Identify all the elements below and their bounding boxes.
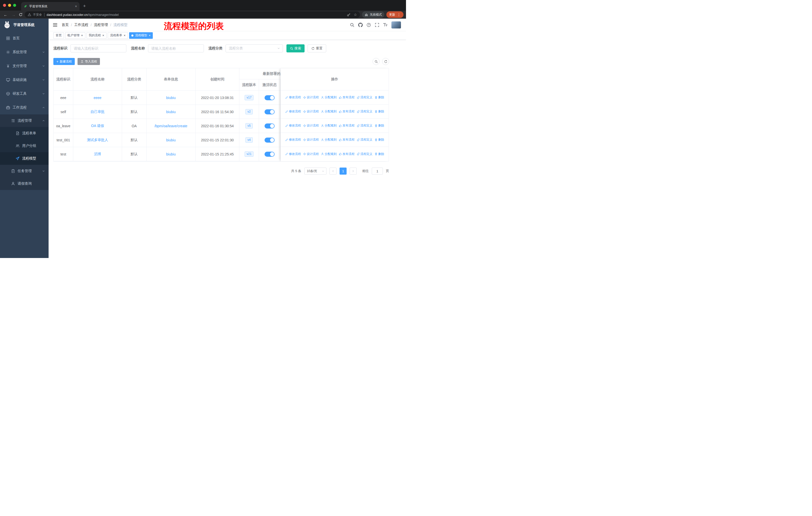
chrome-update-button[interactable]: 更新 ⋮ — [386, 11, 404, 18]
prev-page-button[interactable] — [329, 167, 337, 174]
tag-my-process[interactable]: 我的流程× — [87, 32, 107, 39]
action-delete-process[interactable]: 删除 — [375, 152, 384, 156]
action-process-definition[interactable]: 流程定义 — [357, 152, 373, 156]
window-close-button[interactable] — [3, 4, 6, 7]
process-name-link[interactable]: OA 请假 — [91, 124, 104, 128]
action-publish-process[interactable]: 发布流程 — [339, 124, 355, 128]
process-name-input[interactable] — [148, 44, 204, 52]
window-minimize-button[interactable] — [8, 4, 11, 7]
active-toggle[interactable] — [265, 109, 274, 114]
process-name-link[interactable]: 测试多审批人 — [87, 138, 108, 142]
process-category-select[interactable]: 流程分类 — [226, 44, 283, 52]
browser-menu-icon[interactable]: ⋮ — [397, 12, 401, 17]
action-publish-process[interactable]: 发布流程 — [339, 152, 355, 156]
sidebar-item-process-management[interactable]: 流程管理 — [0, 114, 49, 127]
form-info-link[interactable]: /bpm/oa/leave/create — [154, 124, 187, 128]
active-toggle[interactable] — [265, 95, 274, 100]
tag-process-model[interactable]: 流程模型× — [129, 32, 153, 39]
action-edit-process[interactable]: 修改流程 — [285, 109, 301, 114]
reset-button[interactable]: 重置 — [308, 44, 326, 52]
action-publish-process[interactable]: 发布流程 — [339, 109, 355, 114]
process-key-input[interactable] — [70, 44, 126, 52]
form-info-link[interactable]: biubiu — [166, 152, 175, 156]
action-assign-rule[interactable]: 分配规则 — [321, 124, 337, 128]
sidebar-item-leave-query[interactable]: 请假查询 — [0, 178, 49, 190]
sidebar-item-user-group[interactable]: 用户分组 — [0, 140, 49, 152]
back-icon[interactable]: ← — [2, 12, 8, 17]
sidebar-item-system[interactable]: 系统管理 — [0, 45, 49, 59]
sidebar-item-workflow[interactable]: 工作流程 — [0, 101, 49, 114]
help-icon[interactable] — [367, 23, 371, 27]
action-assign-rule[interactable]: 分配规则 — [321, 152, 337, 156]
bookmark-star-icon[interactable]: ☆ — [354, 12, 357, 17]
browser-tab[interactable]: 芋道管理系统 × — [21, 2, 80, 10]
current-page-button[interactable]: 1 — [340, 167, 347, 174]
action-process-definition[interactable]: 流程定义 — [357, 124, 373, 128]
app-logo[interactable]: 芋道管理系统 — [0, 19, 49, 31]
create-process-button[interactable]: + 新建流程 — [53, 58, 75, 65]
action-delete-process[interactable]: 删除 — [375, 109, 384, 114]
breadcrumb-process-management[interactable]: 流程管理 — [94, 23, 108, 27]
action-publish-process[interactable]: 发布流程 — [339, 95, 355, 100]
sidebar-item-home[interactable]: 首页 — [0, 31, 49, 45]
toggle-search-button[interactable] — [373, 58, 380, 65]
action-delete-process[interactable]: 删除 — [375, 95, 384, 100]
breadcrumb-home[interactable]: 首页 — [62, 23, 69, 27]
form-info-link[interactable]: biubiu — [166, 96, 175, 100]
sidebar-item-task-management[interactable]: 任务管理 — [0, 165, 49, 178]
form-info-link[interactable]: biubiu — [166, 110, 175, 114]
page-size-select[interactable]: 10条/页 — [304, 167, 326, 174]
search-button[interactable]: 搜索 — [286, 44, 304, 52]
action-design-process[interactable]: 设计流程 — [303, 109, 319, 114]
sidebar-item-payment[interactable]: 支付管理 — [0, 59, 49, 73]
sidebar-item-infrastructure[interactable]: 基础设施 — [0, 73, 49, 87]
action-edit-process[interactable]: 修改流程 — [285, 138, 301, 142]
new-tab-button[interactable]: + — [83, 3, 86, 9]
action-assign-rule[interactable]: 分配规则 — [321, 138, 337, 142]
next-page-button[interactable] — [350, 167, 357, 174]
action-assign-rule[interactable]: 分配规则 — [321, 109, 337, 114]
active-toggle[interactable] — [265, 152, 274, 157]
tag-tenant[interactable]: 租户管理× — [65, 32, 85, 39]
font-size-icon[interactable] — [383, 23, 388, 27]
process-name-link[interactable]: eeee — [94, 96, 102, 100]
sidebar-collapse-icon[interactable] — [53, 22, 58, 27]
action-process-definition[interactable]: 流程定义 — [357, 138, 373, 142]
tag-home[interactable]: 首页 — [53, 32, 64, 39]
tab-close-icon[interactable]: × — [75, 4, 77, 8]
sidebar-item-devtools[interactable]: 研发工具 — [0, 87, 49, 101]
action-design-process[interactable]: 设计流程 — [303, 95, 319, 100]
forward-icon[interactable]: → — [10, 12, 17, 17]
sidebar-item-process-form[interactable]: 流程表单 — [0, 127, 49, 140]
tag-close-icon[interactable]: × — [81, 34, 83, 37]
tag-close-icon[interactable]: × — [123, 34, 125, 37]
tag-process-form[interactable]: 流程表单× — [108, 32, 128, 39]
action-edit-process[interactable]: 修改流程 — [285, 95, 301, 100]
action-process-definition[interactable]: 流程定义 — [357, 95, 373, 100]
github-icon[interactable] — [358, 23, 363, 27]
import-process-button[interactable]: 导入流程 — [78, 58, 100, 65]
action-delete-process[interactable]: 删除 — [375, 124, 384, 128]
action-publish-process[interactable]: 发布流程 — [339, 138, 355, 142]
action-design-process[interactable]: 设计流程 — [303, 152, 319, 156]
refresh-table-button[interactable] — [382, 58, 389, 65]
goto-page-input[interactable] — [372, 167, 383, 174]
action-assign-rule[interactable]: 分配规则 — [321, 95, 337, 100]
action-edit-process[interactable]: 修改流程 — [285, 124, 301, 128]
action-design-process[interactable]: 设计流程 — [303, 138, 319, 142]
window-zoom-button[interactable] — [13, 4, 16, 7]
breadcrumb-workflow[interactable]: 工作流程 — [74, 23, 88, 27]
reload-icon[interactable] — [19, 12, 23, 17]
action-edit-process[interactable]: 修改流程 — [285, 152, 301, 156]
action-design-process[interactable]: 设计流程 — [303, 124, 319, 128]
tag-close-icon[interactable]: × — [149, 34, 151, 37]
user-avatar[interactable] — [392, 21, 401, 28]
password-key-icon[interactable] — [347, 13, 351, 17]
tag-close-icon[interactable]: × — [103, 34, 105, 37]
active-toggle[interactable] — [265, 124, 274, 129]
active-toggle[interactable] — [265, 138, 274, 143]
sidebar-item-process-model[interactable]: 流程模型 — [0, 152, 49, 165]
fullscreen-icon[interactable] — [375, 23, 379, 27]
address-bar[interactable]: 不安全 | dashboard.yudao.iocoder.cn/bpm/man… — [25, 11, 360, 18]
process-name-link[interactable]: 滔博 — [94, 152, 101, 157]
